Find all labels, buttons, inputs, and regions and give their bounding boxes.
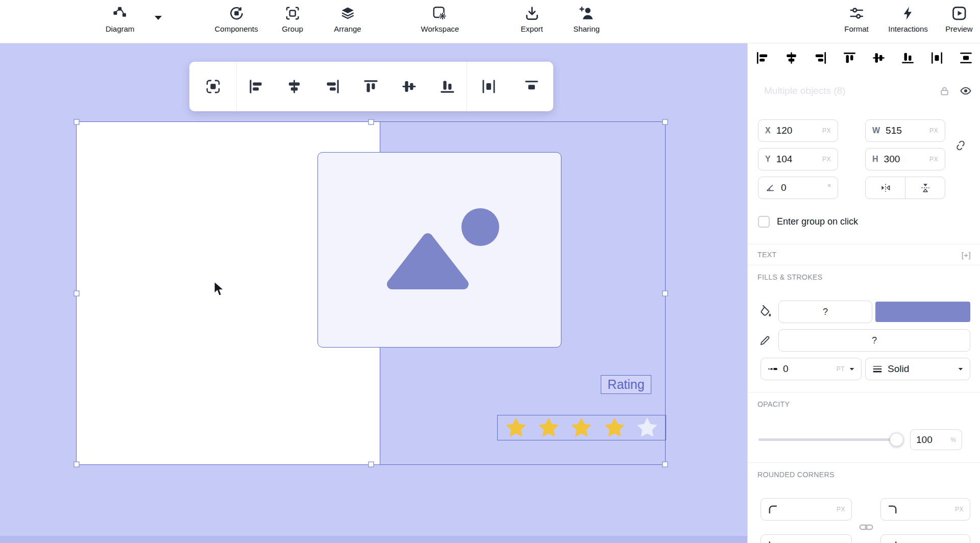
fills-section-header[interactable]: FILLS & STROKES: [748, 265, 980, 288]
rotation-input[interactable]: 0 °: [758, 177, 838, 199]
format-sliders-icon: [849, 6, 864, 21]
align-left-button[interactable]: [237, 62, 275, 111]
resize-handle-middle-right[interactable]: [663, 290, 668, 296]
link-corners-toggle[interactable]: [859, 523, 873, 532]
align-top-button[interactable]: [843, 51, 856, 65]
menu-item-arrange[interactable]: Arrange: [334, 6, 361, 33]
design-canvas[interactable]: Rating: [0, 43, 747, 543]
star-row[interactable]: [497, 415, 666, 440]
menu-item-sharing[interactable]: Sharing: [573, 6, 600, 33]
align-middle-vertical-button[interactable]: [390, 62, 428, 111]
enter-group-label: Enter group on click: [777, 216, 858, 227]
rating-label: Rating: [607, 377, 644, 392]
menu-item-interactions[interactable]: Interactions: [888, 6, 928, 33]
frame-selection-button[interactable]: [189, 62, 236, 111]
menu-item-export[interactable]: Export: [521, 6, 543, 33]
distribute-vertical-button[interactable]: [959, 51, 973, 65]
align-right-button[interactable]: [313, 62, 352, 111]
align-left-button[interactable]: [755, 51, 769, 65]
rotation-angle-icon: [765, 183, 775, 193]
enter-group-checkbox[interactable]: [758, 216, 770, 228]
rating-text[interactable]: Rating: [601, 375, 651, 394]
resize-handle-bottom-center[interactable]: [368, 462, 374, 467]
align-right-icon: [325, 79, 340, 94]
opacity-slider-thumb[interactable]: [890, 433, 903, 447]
align-bottom-button[interactable]: [428, 62, 467, 111]
vertical-spacing-button[interactable]: [510, 62, 553, 111]
flip-horizontal-button[interactable]: [866, 177, 905, 199]
y-position-input[interactable]: Y 104 PX: [758, 148, 838, 170]
star-icon[interactable]: [603, 416, 626, 439]
eye-icon[interactable]: [960, 85, 972, 97]
line-style-icon: [872, 363, 883, 375]
resize-handle-top-right[interactable]: [663, 119, 668, 125]
x-position-input[interactable]: X 120 PX: [758, 119, 838, 142]
fill-value-input[interactable]: ?: [778, 301, 872, 323]
text-section-header[interactable]: TEXT [+]: [748, 244, 980, 265]
selection-name-placeholder[interactable]: Multiple objects (8): [764, 85, 929, 96]
menu-item-components[interactable]: Components: [214, 6, 258, 33]
align-top-button[interactable]: [352, 62, 390, 111]
align-center-horizontal-button[interactable]: [785, 51, 798, 65]
corner-top-right-input[interactable]: PX: [880, 498, 970, 521]
menu-label: Export: [521, 24, 543, 33]
align-center-horizontal-button[interactable]: [275, 62, 313, 111]
menu-item-format[interactable]: Format: [844, 6, 869, 33]
flip-buttons: [865, 177, 945, 199]
fill-color-swatch[interactable]: [875, 302, 970, 322]
width-value: 515: [886, 125, 929, 136]
distribute-horizontal-button[interactable]: [467, 62, 510, 111]
align-right-button[interactable]: [814, 51, 827, 65]
menu-item-workspace[interactable]: Workspace: [421, 6, 459, 33]
align-middle-vertical-button[interactable]: [872, 51, 886, 65]
text-add-button[interactable]: [+]: [962, 251, 971, 259]
star-icon[interactable]: [504, 416, 528, 439]
resize-handle-middle-left[interactable]: [74, 290, 80, 296]
resize-handle-bottom-left[interactable]: [74, 462, 80, 467]
lock-icon[interactable]: [939, 86, 950, 96]
menu-label: Format: [844, 24, 869, 33]
star-icon[interactable]: [570, 416, 593, 439]
image-placeholder[interactable]: [317, 152, 561, 348]
distribute-horizontal-button[interactable]: [930, 51, 944, 65]
height-input[interactable]: H 300 PX: [865, 148, 945, 170]
sharing-person-plus-icon: [579, 6, 594, 21]
height-label: H: [872, 155, 878, 164]
corner-bottom-left-input[interactable]: PX: [761, 534, 852, 543]
diagram-dropdown-caret-icon[interactable]: [155, 16, 162, 20]
components-icon: [229, 6, 244, 21]
y-value: 104: [776, 154, 822, 165]
width-unit: PX: [929, 127, 938, 134]
fills-section-title: FILLS & STROKES: [757, 273, 822, 281]
opacity-input[interactable]: 100 %: [910, 429, 962, 450]
corner-unit: PX: [955, 506, 964, 513]
border-width-dropdown[interactable]: 0 PT: [761, 358, 862, 380]
width-label: W: [872, 126, 880, 135]
star-icon[interactable]: [635, 416, 659, 439]
corner-bottom-right-input[interactable]: PX: [880, 534, 970, 543]
opacity-section-header[interactable]: OPACITY: [748, 392, 980, 415]
menu-item-group[interactable]: Group: [282, 6, 303, 33]
panel-alignment-row: [748, 46, 980, 69]
menu-item-preview[interactable]: Preview: [945, 6, 972, 33]
canvas-alignment-toolbar: [189, 62, 553, 111]
resize-handle-top-center[interactable]: [368, 119, 374, 125]
align-bottom-button[interactable]: [901, 51, 915, 65]
resize-handle-bottom-right[interactable]: [663, 462, 668, 467]
resize-handle-top-left[interactable]: [74, 119, 80, 125]
corners-section-header[interactable]: ROUNDED CORNERS: [748, 462, 980, 486]
border-width-value: 0: [783, 363, 837, 375]
opacity-slider-track[interactable]: [758, 438, 899, 441]
rotation-value: 0: [781, 182, 827, 193]
border-style-dropdown[interactable]: Solid: [865, 358, 970, 380]
corner-top-left-input[interactable]: PX: [761, 498, 852, 521]
width-input[interactable]: W 515 PX: [865, 119, 945, 142]
diagram-icon: [112, 6, 128, 21]
constrain-proportions-toggle[interactable]: [954, 139, 967, 152]
menu-item-diagram[interactable]: Diagram: [106, 6, 135, 33]
flip-vertical-button[interactable]: [905, 177, 945, 199]
stroke-value-input[interactable]: ?: [778, 329, 970, 352]
stroke-pencil-icon: [759, 334, 771, 347]
star-icon[interactable]: [537, 416, 560, 439]
align-middle-vertical-icon: [872, 51, 886, 65]
